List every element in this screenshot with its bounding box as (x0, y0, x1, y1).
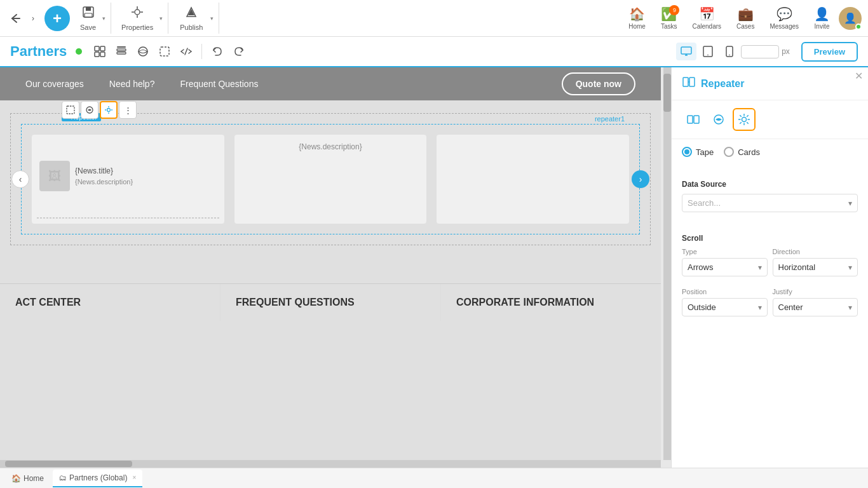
bottom-tabs: 🏠 Home 🗂 Partners (Global) × (0, 468, 868, 488)
radio-cards[interactable]: Cards (724, 147, 760, 157)
viewport-width-input: 1400 px (741, 45, 790, 58)
scroll-position-label: Position (682, 288, 768, 295)
viewport-desktop-btn[interactable] (676, 43, 696, 60)
repeater-prev-btn[interactable]: ‹ (11, 170, 29, 188)
site-nav: Our coverages Need help? Frequent Questi… (0, 67, 661, 100)
site-nav-cta[interactable]: Quote now (562, 72, 635, 95)
select-tool-icon[interactable] (156, 43, 173, 60)
publish-label: Publish (180, 24, 203, 31)
repeater-select-btn[interactable] (62, 101, 79, 119)
redo-tool-icon[interactable] (230, 43, 248, 60)
layers-tool-icon[interactable] (112, 43, 130, 60)
save-icon (81, 5, 95, 22)
layout-tool-icon[interactable] (91, 43, 109, 60)
card-1-image: 🖼 (39, 161, 70, 191)
svg-rect-39 (694, 116, 699, 123)
toolbar-divider-1 (201, 44, 202, 59)
svg-line-46 (740, 115, 742, 117)
panel-style-btn[interactable] (707, 108, 730, 131)
nav-tasks[interactable]: 9 ✅ Tasks (654, 4, 684, 32)
repeater-settings-btn[interactable] (100, 101, 118, 119)
svg-point-18 (139, 47, 147, 56)
save-group: Save ▾ (75, 3, 111, 34)
nav-cases[interactable]: 💼 Cases (730, 4, 761, 32)
repeater-next-btn[interactable]: › (632, 170, 649, 188)
publish-group: Publish ▾ (173, 3, 219, 34)
properties-dropdown-arrow[interactable]: ▾ (159, 15, 163, 22)
viewport-mobile-btn[interactable] (719, 43, 740, 60)
scroll-type-select[interactable]: Arrows ▾ (682, 258, 768, 276)
user-avatar[interactable]: 👤 (839, 7, 862, 30)
footer-col-3-title: CORPORATE INFORMATION (456, 297, 646, 308)
site-nav-coverages[interactable]: Our coverages (25, 79, 84, 89)
repeater-style-btn[interactable] (81, 101, 98, 119)
footer-col-1-title: ACT CENTER (15, 297, 205, 308)
panel-settings-btn[interactable] (733, 108, 756, 131)
radio-tape-dot (684, 149, 689, 154)
site-nav-help[interactable]: Need help? (109, 79, 155, 89)
bottom-home-tab[interactable]: 🏠 Home (5, 470, 50, 487)
scroll-direction-select[interactable]: Horizontal ▾ (773, 258, 858, 276)
site-nav-faq[interactable]: Frequent Questions (180, 79, 258, 89)
radio-tape[interactable]: Tape (682, 147, 714, 157)
calendars-icon: 📅 (699, 6, 715, 22)
svg-rect-38 (688, 116, 693, 123)
repeater-more-btn[interactable]: ⋮ (119, 101, 137, 119)
svg-rect-19 (160, 47, 169, 56)
viewport-tablet-btn[interactable] (698, 43, 718, 60)
preview-button[interactable]: Preview (801, 42, 858, 62)
nav-messages[interactable]: 💬 Messages (763, 4, 805, 32)
datasource-select[interactable]: Search... ▾ (682, 194, 858, 212)
save-label: Save (80, 24, 96, 31)
svg-rect-2 (86, 7, 91, 11)
nav-invite[interactable]: 👤 Invite (808, 4, 836, 32)
home-tab-label: Home (24, 474, 44, 483)
card-1-title: {News.title} (75, 166, 217, 175)
card-2-desc: {News.description} (299, 142, 362, 151)
add-button[interactable]: + (44, 6, 70, 31)
radio-tape-circle (682, 147, 692, 157)
svg-rect-14 (100, 52, 105, 57)
scroll-direction-field: Direction Horizontal ▾ (773, 248, 858, 276)
panel-layout-btn[interactable] (682, 108, 705, 131)
scroll-justify-select[interactable]: Center ▾ (773, 298, 858, 316)
datasource-arrow-icon: ▾ (848, 199, 852, 208)
scroll-type-label: Type (682, 248, 768, 255)
partners-tab-close-btn[interactable]: × (132, 474, 136, 481)
scroll-justify-label: Justify (773, 288, 858, 295)
nav-tool-icon[interactable] (134, 43, 152, 60)
properties-button[interactable]: Properties (116, 3, 158, 34)
nav-messages-label: Messages (770, 23, 799, 30)
publish-dropdown-arrow[interactable]: ▾ (210, 15, 214, 22)
top-right-nav: 🏠 Home 9 ✅ Tasks 📅 Calendars 💼 Cases 💬 M… (622, 4, 862, 32)
back-icon[interactable] (6, 10, 24, 27)
publish-button[interactable]: Publish (173, 3, 209, 34)
nav-home[interactable]: 🏠 Home (622, 4, 652, 32)
svg-rect-13 (95, 52, 99, 57)
footer-col-2-title: FREQUENT QUESTIONS (236, 297, 425, 308)
datasource-placeholder: Search... (688, 198, 721, 208)
repeater-cards: 🖼 {News.title} {News.description} (32, 135, 629, 224)
nav-calendars[interactable]: 📅 Calendars (686, 4, 728, 32)
width-value[interactable]: 1400 (741, 45, 779, 58)
radio-tape-label: Tape (696, 147, 714, 157)
undo-tool-icon[interactable] (208, 43, 226, 60)
scroll-position-select[interactable]: Outside ▾ (682, 298, 768, 316)
save-button[interactable]: Save (75, 3, 101, 34)
nav-home-label: Home (628, 23, 646, 30)
footer-col-1: ACT CENTER (0, 284, 220, 321)
panel-header-title: Repeater (701, 78, 744, 90)
bottom-partners-tab[interactable]: 🗂 Partners (Global) × (53, 470, 142, 487)
publish-icon (184, 5, 198, 22)
save-dropdown-arrow[interactable]: ▾ (102, 15, 105, 22)
canvas-scrollbar-bottom[interactable] (0, 460, 661, 468)
scroll-direction-value: Horizontal (778, 262, 816, 272)
nav-cases-label: Cases (736, 23, 754, 30)
scroll-section-title: Scroll (682, 234, 858, 243)
page-toolbar: Partners (0, 37, 868, 67)
svg-point-30 (107, 109, 111, 112)
panel-header: Repeater (672, 67, 868, 100)
canvas-scrollbar-right[interactable] (663, 67, 671, 460)
forward-icon[interactable]: › (27, 10, 39, 27)
code-tool-icon[interactable] (177, 43, 195, 60)
